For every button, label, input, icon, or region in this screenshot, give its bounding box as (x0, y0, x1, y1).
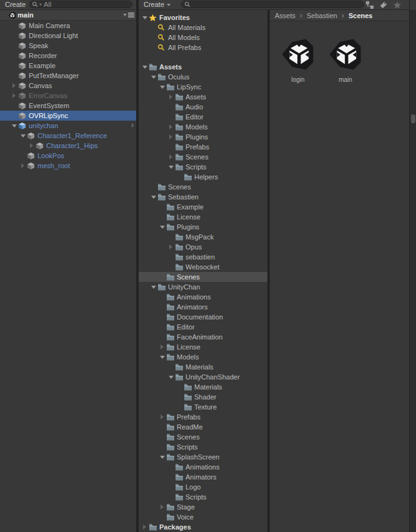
tree-row[interactable]: Prefabs (139, 412, 267, 422)
foldout-expanded-arrow[interactable] (149, 72, 157, 82)
foldout-collapsed-arrow[interactable] (158, 502, 166, 512)
tree-row[interactable]: LipSync (139, 82, 267, 92)
tree-row[interactable]: All Models (139, 33, 267, 43)
tree-row[interactable]: Texture (139, 402, 267, 412)
project-create-button[interactable]: Create (141, 0, 173, 9)
tree-row[interactable]: ReadMe (139, 422, 267, 432)
foldout-expanded-arrow[interactable] (10, 121, 18, 131)
hierarchy-item[interactable]: Character1_Reference (0, 131, 136, 141)
foldout-expanded-arrow[interactable] (167, 162, 175, 172)
hierarchy-item[interactable]: unitychan› (0, 121, 136, 131)
scene-menu-button[interactable] (123, 13, 134, 18)
tree-row[interactable]: Scenes (139, 432, 267, 442)
vertical-scrollbar-thumb[interactable] (411, 114, 415, 123)
tree-row[interactable]: Opus (139, 242, 267, 252)
tree-row[interactable]: Animations (139, 292, 267, 302)
foldout-collapsed-arrow[interactable] (10, 91, 18, 101)
foldout-expanded-arrow[interactable] (149, 192, 157, 202)
hierarchy-item[interactable]: Canvas (0, 81, 136, 91)
breadcrumb-item[interactable]: Sebastien (307, 12, 337, 19)
tree-row[interactable]: Scenes (139, 152, 267, 162)
foldout-expanded-arrow[interactable] (167, 372, 175, 382)
asset-item-main[interactable]: main (325, 36, 365, 83)
hierarchy-search-input[interactable]: All (29, 1, 132, 8)
hierarchy-item[interactable]: LookPos (0, 151, 136, 161)
tree-row[interactable]: Scenes (139, 272, 267, 282)
prefab-chevron-icon[interactable]: › (131, 121, 134, 131)
hierarchy-item[interactable]: Directional Light (0, 31, 136, 41)
tree-row[interactable]: License (139, 212, 267, 222)
tree-row[interactable]: All Materials (139, 23, 267, 33)
tree-row[interactable]: Packages (139, 522, 267, 532)
scene-header-row[interactable]: main (0, 10, 136, 21)
tree-row[interactable]: Logo (139, 482, 267, 492)
tree-row[interactable]: Assets (139, 62, 267, 72)
hierarchy-item[interactable]: Example (0, 61, 136, 71)
foldout-expanded-arrow[interactable] (158, 352, 166, 362)
foldout-collapsed-arrow[interactable] (10, 81, 18, 91)
tree-row[interactable]: All Prefabs (139, 43, 267, 53)
project-search-input[interactable] (181, 1, 364, 8)
hierarchy-item[interactable]: ErrorCanvas (0, 91, 136, 101)
tree-row[interactable]: Scripts (139, 162, 267, 172)
tree-row[interactable]: Sebastien (139, 192, 267, 202)
foldout-collapsed-arrow[interactable] (167, 92, 175, 102)
foldout-collapsed-arrow[interactable] (167, 242, 175, 252)
hierarchy-item[interactable]: OVRLipSync (0, 111, 136, 121)
tree-row[interactable]: License (139, 342, 267, 352)
breadcrumb-item[interactable]: Scenes (349, 12, 373, 19)
tree-row[interactable]: Animators (139, 472, 267, 482)
foldout-expanded-arrow[interactable] (149, 282, 157, 292)
tree-row[interactable]: Audio (139, 102, 267, 112)
search-by-type-icon[interactable] (364, 0, 376, 9)
tree-row[interactable]: Favorites (139, 13, 267, 23)
foldout-expanded-arrow[interactable] (158, 222, 166, 232)
foldout-collapsed-arrow[interactable] (19, 161, 27, 171)
tree-row[interactable]: UnityChan (139, 282, 267, 292)
tree-row[interactable]: Websocket (139, 262, 267, 272)
search-by-label-icon[interactable] (377, 0, 390, 9)
tree-row[interactable]: UnityChanShader (139, 372, 267, 382)
tree-row[interactable]: Materials (139, 382, 267, 392)
foldout-collapsed-arrow[interactable] (27, 141, 36, 151)
asset-item-login[interactable]: login (278, 36, 318, 83)
tree-row[interactable]: Scripts (139, 492, 267, 502)
hierarchy-item[interactable]: Speak (0, 41, 136, 51)
foldout-collapsed-arrow[interactable] (141, 522, 149, 532)
tree-row[interactable]: Stage (139, 502, 267, 512)
tree-row[interactable]: Oculus (139, 72, 267, 82)
hierarchy-item[interactable]: Recorder (0, 51, 136, 61)
foldout-expanded-arrow[interactable] (141, 62, 149, 72)
tree-row[interactable]: Scripts (139, 442, 267, 452)
tree-row[interactable]: sebastien (139, 252, 267, 262)
breadcrumb-item[interactable]: Assets (275, 12, 295, 19)
tree-row[interactable]: SplashScreen (139, 452, 267, 462)
foldout-collapsed-arrow[interactable] (167, 152, 175, 162)
tree-row[interactable]: Helpers (139, 172, 267, 182)
hierarchy-item[interactable]: Character1_Hips (0, 141, 136, 151)
foldout-expanded-arrow[interactable] (158, 82, 166, 92)
search-filter-caret-icon[interactable] (39, 4, 42, 6)
tree-row[interactable]: Animations (139, 462, 267, 472)
tree-row[interactable]: Models (139, 352, 267, 362)
foldout-expanded-arrow[interactable] (141, 13, 149, 23)
tree-row[interactable]: Shader (139, 392, 267, 402)
foldout-expanded-arrow[interactable] (19, 131, 27, 141)
tree-row[interactable]: Voice (139, 512, 267, 522)
tree-row[interactable]: Example (139, 202, 267, 212)
tree-row[interactable]: Models (139, 122, 267, 132)
tree-row[interactable]: Prefabs (139, 142, 267, 152)
tree-row[interactable]: Editor (139, 112, 267, 122)
hierarchy-item[interactable]: EventSystem (0, 101, 136, 111)
tree-row[interactable]: FaceAnimation (139, 332, 267, 342)
foldout-collapsed-arrow[interactable] (167, 122, 175, 132)
foldout-collapsed-arrow[interactable] (158, 342, 166, 352)
tree-row[interactable]: Materials (139, 362, 267, 372)
tree-row[interactable]: Editor (139, 322, 267, 332)
tree-row[interactable]: Plugins (139, 222, 267, 232)
hierarchy-item[interactable]: mesh_root (0, 161, 136, 171)
hierarchy-item[interactable]: Main Camera (0, 21, 136, 31)
tree-row[interactable]: Plugins (139, 132, 267, 142)
tree-row[interactable]: Assets (139, 92, 267, 102)
tree-row[interactable]: Animators (139, 302, 267, 312)
